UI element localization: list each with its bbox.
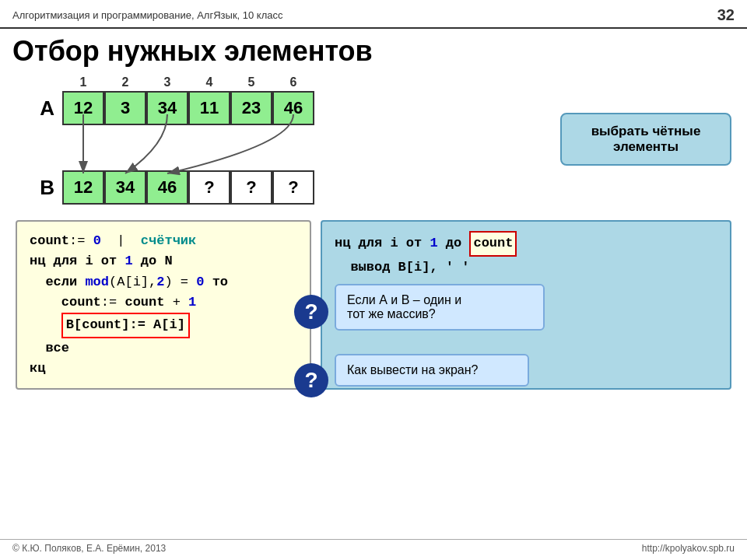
question2-text: Как вывести на экран? (347, 363, 478, 376)
array-b-cell-6: ? (272, 170, 314, 205)
count-highlight: count (469, 231, 517, 257)
index-1: 1 (62, 75, 104, 89)
index-2: 2 (104, 75, 146, 89)
page: Алгоритмизация и программирование, АлгЯз… (0, 0, 747, 560)
page-title: Отбор нужных элементов (0, 29, 747, 75)
index-3: 3 (146, 75, 188, 89)
array-b-row: B 12 34 46 ? ? ? (23, 170, 731, 205)
question-callout-1: Если А и В – один итот же массив? (335, 284, 545, 331)
question-circle-2: ? (294, 363, 328, 397)
index-6: 6 (272, 75, 314, 89)
array-b-cell-2: 34 (104, 170, 146, 205)
array-b-cell-3: 46 (146, 170, 188, 205)
header: Алгоритмизация и программирование, АлгЯз… (0, 0, 747, 29)
code-line-5: B[count]:= A[i] (30, 313, 297, 338)
array-a-cell-3: 34 (146, 91, 188, 125)
index-4: 4 (188, 75, 230, 89)
footer-right: http://kpolyakov.spb.ru (642, 543, 735, 554)
subtitle: Алгоритмизация и программирование, АлгЯз… (12, 9, 283, 21)
code-right-line-2: вывод B[i], ' ' (335, 257, 717, 279)
code-line-4: count:= count + 1 (30, 292, 297, 313)
array-b-cell-1: 12 (62, 170, 104, 205)
code-right-line-1: нц для i от 1 до count (335, 231, 717, 257)
slide-number: 32 (717, 6, 735, 24)
index-5: 5 (230, 75, 272, 89)
array-b-cell-4: ? (188, 170, 230, 205)
array-a-label: A (23, 96, 54, 121)
code-line-3: если mod(A[i],2) = 0 то (30, 272, 297, 292)
array-b-label: B (23, 176, 54, 200)
footer-left: © К.Ю. Поляков, Е.А. Ерёмин, 2013 (12, 543, 166, 554)
code-line-1: count:= 0 | счётчик (30, 231, 297, 251)
code-line-2: нц для i от 1 до N (30, 251, 297, 271)
code-line-7: кц (30, 359, 297, 379)
array-a-cell-2: 3 (104, 91, 146, 125)
footer: © К.Ю. Поляков, Е.А. Ерёмин, 2013 http:/… (0, 539, 747, 554)
code-line-6: все (30, 338, 297, 359)
index-row: 1 2 3 4 5 6 (62, 75, 731, 89)
question-circle-1: ? (294, 295, 328, 329)
content-area: 1 2 3 4 5 6 A 12 3 34 11 23 46 (0, 75, 747, 390)
array-a-cell-5: 23 (230, 91, 272, 125)
callout-text: выбрать чётныеэлементы (591, 124, 701, 154)
question-callout-2: Как вывести на экран? (335, 354, 529, 387)
array-a-cell-4: 11 (188, 91, 230, 125)
code-box-left: count:= 0 | счётчик нц для i от 1 до N е… (16, 220, 311, 390)
array-a-cell-1: 12 (62, 91, 104, 125)
question1-text: Если А и В – один итот же массив? (347, 293, 461, 320)
callout-even-elements: выбрать чётныеэлементы (560, 113, 731, 166)
array-b-cell-5: ? (230, 170, 272, 205)
array-a-cell-6: 46 (272, 91, 314, 125)
